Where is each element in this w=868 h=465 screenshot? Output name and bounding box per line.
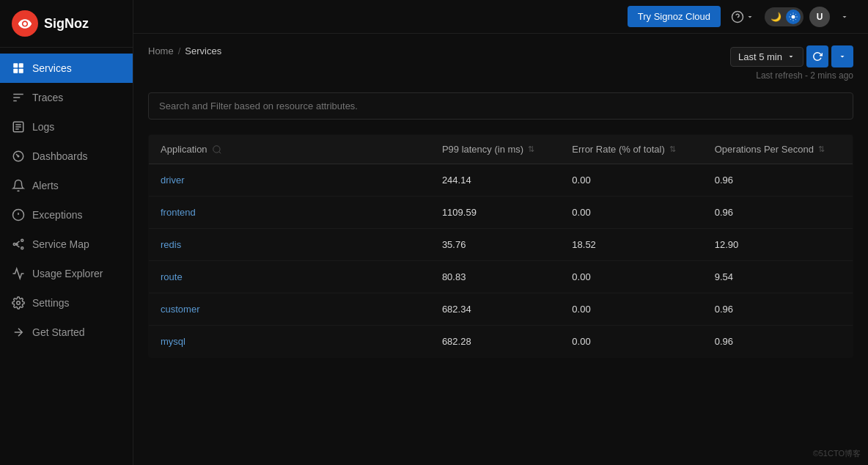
col-error-rate[interactable]: Error Rate (% of total) ⇅ [560, 135, 702, 164]
sidebar-item-label: Get Started [32, 326, 85, 338]
svg-point-10 [21, 247, 23, 249]
cell-application: redis [149, 229, 430, 261]
last-refresh-text: Last refresh - 2 mins ago [756, 70, 853, 81]
help-btn[interactable] [727, 7, 759, 26]
cell-ops-per-second: 0.96 [703, 326, 853, 358]
svg-point-6 [18, 155, 20, 158]
main-area: Try Signoz Cloud 🌙 U Home / Services [133, 0, 868, 465]
topbar: Try Signoz Cloud 🌙 U [133, 0, 868, 34]
refresh-icon [812, 51, 823, 62]
sidebar-item-label: Traces [32, 92, 63, 103]
chevron-down-icon [746, 12, 754, 21]
table-row: redis 35.76 18.52 12.90 [149, 229, 853, 261]
alerts-icon [12, 179, 25, 192]
breadcrumb-current: Services [185, 45, 221, 56]
services-icon [12, 62, 25, 75]
sidebar-item-label: Usage Explorer [32, 268, 103, 279]
cell-p99-latency: 80.83 [430, 261, 560, 293]
time-selector[interactable]: Last 5 min [730, 47, 803, 67]
breadcrumb-home-link[interactable]: Home [148, 45, 174, 56]
sidebar-item-label: Dashboards [32, 150, 88, 162]
sidebar-item-services[interactable]: Services [0, 54, 133, 83]
table-row: mysql 682.28 0.00 0.96 [149, 326, 853, 358]
moon-icon: 🌙 [768, 10, 784, 23]
try-signoz-btn[interactable]: Try Signoz Cloud [628, 6, 721, 27]
sidebar-item-label: Settings [32, 297, 70, 309]
search-icon [212, 144, 222, 155]
cell-error-rate: 18.52 [560, 229, 702, 261]
chevron-down-icon [838, 52, 847, 61]
cell-p99-latency: 682.28 [430, 326, 560, 358]
search-input[interactable] [148, 92, 853, 120]
table-row: route 80.83 0.00 9.54 [149, 261, 853, 293]
service-link[interactable]: frontend [161, 207, 196, 218]
user-avatar[interactable]: U [809, 7, 830, 27]
cell-p99-latency: 682.34 [430, 293, 560, 326]
cell-error-rate: 0.00 [560, 197, 702, 229]
eye-icon [18, 16, 32, 31]
sidebar-item-dashboards[interactable]: Dashboards [0, 142, 133, 171]
svg-point-9 [21, 239, 23, 241]
sidebar-item-usage-explorer[interactable]: Usage Explorer [0, 259, 133, 288]
svg-rect-2 [13, 69, 18, 73]
cell-p99-latency: 244.14 [430, 164, 560, 197]
col-ops-per-second[interactable]: Operations Per Second ⇅ [703, 135, 853, 164]
service-link[interactable]: mysql [161, 336, 185, 347]
user-menu-btn[interactable] [836, 10, 853, 24]
time-controls: Last 5 min Last refresh - 2 mins ago [730, 45, 853, 81]
cell-application: route [149, 261, 430, 293]
table-row: customer 682.34 0.00 0.96 [149, 293, 853, 326]
dashboards-icon [12, 150, 25, 163]
sort-icon: ⇅ [818, 144, 825, 154]
col-p99-latency[interactable]: P99 latency (in ms) ⇅ [430, 135, 560, 164]
sidebar-item-alerts[interactable]: Alerts [0, 171, 133, 200]
cell-application: mysql [149, 326, 430, 358]
table-row: driver 244.14 0.00 0.96 [149, 164, 853, 197]
service-map-icon [12, 238, 25, 251]
sidebar-item-label: Services [32, 62, 72, 74]
cell-ops-per-second: 0.96 [703, 164, 853, 197]
credit: ©51CTO博客 [813, 448, 861, 459]
svg-rect-3 [19, 69, 23, 73]
service-link[interactable]: route [161, 271, 183, 282]
cell-error-rate: 0.00 [560, 326, 702, 358]
cell-application: driver [149, 164, 430, 197]
time-selector-label: Last 5 min [738, 51, 782, 62]
theme-toggle[interactable]: 🌙 [765, 7, 803, 26]
topbar-right: Try Signoz Cloud 🌙 U [628, 6, 853, 27]
cell-ops-per-second: 12.90 [703, 229, 853, 261]
svg-point-8 [13, 244, 15, 246]
sidebar-item-traces[interactable]: Traces [0, 83, 133, 112]
logo: SigNoz [0, 0, 133, 48]
service-link[interactable]: customer [161, 304, 199, 315]
help-icon [731, 10, 744, 23]
col-application[interactable]: Application [149, 135, 430, 164]
logo-icon [12, 10, 38, 37]
sidebar-item-service-map[interactable]: Service Map [0, 230, 133, 259]
breadcrumb: Home / Services [148, 45, 221, 56]
cell-p99-latency: 35.76 [430, 229, 560, 261]
sidebar-item-exceptions[interactable]: Exceptions [0, 200, 133, 230]
cell-error-rate: 0.00 [560, 164, 702, 197]
service-link[interactable]: redis [161, 239, 181, 250]
sort-icon: ⇅ [669, 144, 676, 154]
cell-application: customer [149, 293, 430, 326]
sidebar-item-get-started[interactable]: Get Started [0, 318, 133, 347]
cell-application: frontend [149, 197, 430, 229]
logs-icon [12, 120, 25, 133]
cell-error-rate: 0.00 [560, 293, 702, 326]
settings-icon [12, 296, 25, 310]
dropdown-arrow-btn[interactable] [831, 45, 853, 67]
app-name: SigNoz [44, 16, 89, 32]
chevron-down-icon [840, 12, 849, 21]
sidebar-item-label: Logs [32, 121, 54, 133]
sidebar-item-settings[interactable]: Settings [0, 288, 133, 318]
service-link[interactable]: driver [161, 175, 185, 186]
sidebar-item-logs[interactable]: Logs [0, 112, 133, 142]
table-header: Application P99 latency (in ms) ⇅ Error … [149, 135, 853, 164]
usage-icon [12, 267, 25, 280]
refresh-btn[interactable] [806, 45, 828, 67]
sidebar-item-label: Exceptions [32, 209, 82, 221]
svg-point-15 [213, 145, 219, 152]
table-body: driver 244.14 0.00 0.96 frontend 1109.59… [149, 164, 853, 358]
